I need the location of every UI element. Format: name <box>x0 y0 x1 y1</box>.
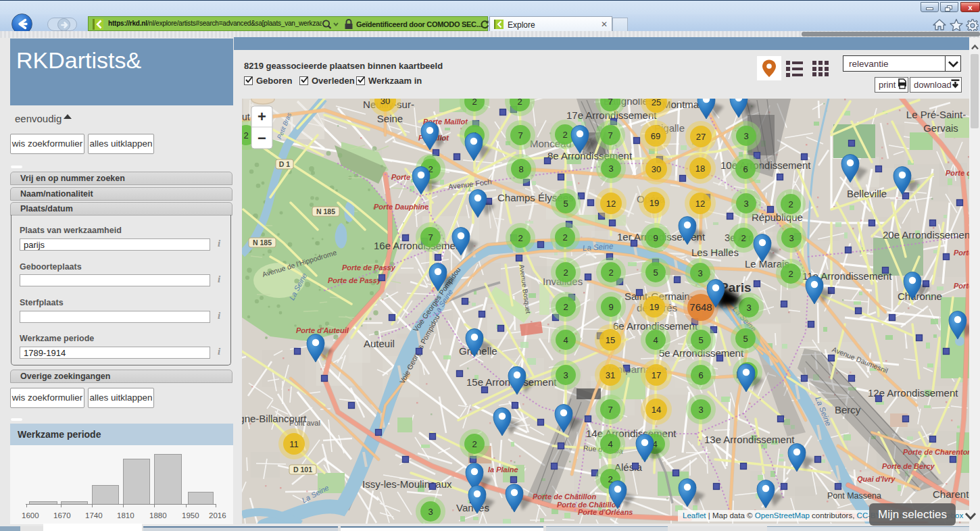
svg-text:7: 7 <box>608 99 612 107</box>
svg-text:2: 2 <box>517 99 522 107</box>
svg-text:2: 2 <box>608 268 613 278</box>
svg-text:Charenton: Charenton <box>933 488 969 500</box>
svg-text:4: 4 <box>608 439 612 449</box>
svg-text:2: 2 <box>472 99 476 107</box>
svg-text:17: 17 <box>652 370 661 380</box>
svg-text:3: 3 <box>428 507 433 517</box>
svg-text:4: 4 <box>563 335 568 345</box>
svg-text:Porte de: Porte de <box>946 169 969 177</box>
svg-text:2: 2 <box>563 302 568 312</box>
svg-text:7: 7 <box>518 130 522 141</box>
svg-text:12: 12 <box>695 199 705 209</box>
svg-text:3: 3 <box>698 405 703 415</box>
svg-text:2: 2 <box>788 269 793 279</box>
svg-text:Le Pré-Saint-: Le Pré-Saint- <box>906 109 966 120</box>
svg-text:Issy-les-Moulineaux: Issy-les-Moulineaux <box>362 478 452 490</box>
svg-text:3: 3 <box>743 131 748 141</box>
svg-text:Porte de Passy: Porte de Passy <box>342 263 396 272</box>
svg-text:Bercy: Bercy <box>835 404 861 415</box>
svg-text:Auteuil: Auteuil <box>364 338 395 349</box>
svg-text:Porte de Passy: Porte de Passy <box>328 276 382 284</box>
svg-text:Porte d'Orléans: Porte d'Orléans <box>578 508 633 516</box>
svg-text:Porte: Porte <box>954 282 969 290</box>
svg-text:Quai d'Ivry: Quai d'Ivry <box>857 475 896 483</box>
svg-text:20e Arrondissement: 20e Arrondissement <box>883 229 969 241</box>
svg-text:18: 18 <box>695 163 705 174</box>
svg-text:15: 15 <box>606 335 615 345</box>
svg-text:7: 7 <box>608 405 612 415</box>
svg-text:Porte d'Auteuil: Porte d'Auteuil <box>296 326 349 334</box>
svg-text:7648: 7648 <box>689 301 712 313</box>
svg-text:2: 2 <box>788 199 793 209</box>
svg-text:Gervais: Gervais <box>923 122 958 134</box>
svg-text:30: 30 <box>381 99 390 106</box>
svg-text:−: − <box>258 130 266 147</box>
svg-text:7: 7 <box>608 130 612 141</box>
svg-text:19: 19 <box>650 302 659 312</box>
svg-text:4: 4 <box>653 335 658 345</box>
svg-text:25: 25 <box>652 99 661 107</box>
svg-text:3: 3 <box>563 370 568 380</box>
svg-text:N 185: N 185 <box>316 207 335 216</box>
svg-text:Porte de Bercy: Porte de Bercy <box>882 462 935 470</box>
svg-text:3: 3 <box>697 268 702 278</box>
svg-text:5: 5 <box>743 334 748 344</box>
svg-text:2: 2 <box>243 130 248 141</box>
svg-text:19: 19 <box>650 198 659 208</box>
svg-text:5: 5 <box>563 199 568 209</box>
svg-text:8: 8 <box>518 164 523 174</box>
svg-text:Porte de Charenton: Porte de Charenton <box>903 448 969 456</box>
svg-text:12: 12 <box>606 199 616 209</box>
svg-text:6: 6 <box>698 370 703 380</box>
svg-text:Belleville: Belleville <box>847 188 887 199</box>
svg-text:D 1: D 1 <box>279 160 291 168</box>
svg-text:2: 2 <box>562 232 567 243</box>
svg-text:N 185: N 185 <box>253 238 272 247</box>
svg-text:2: 2 <box>472 439 476 449</box>
svg-text:31: 31 <box>606 370 615 380</box>
svg-text:Porte de Châtillon: Porte de Châtillon <box>533 492 596 501</box>
svg-text:3: 3 <box>743 199 748 209</box>
svg-text:14: 14 <box>652 405 661 415</box>
svg-text:Les Halles: Les Halles <box>691 247 739 258</box>
svg-text:2: 2 <box>563 268 568 278</box>
svg-text:Porte: Porte <box>954 249 969 257</box>
svg-text:D 101: D 101 <box>293 465 312 474</box>
svg-text:13e Arrondissement: 13e Arrondissement <box>704 434 795 445</box>
svg-text:Pont Massena: Pont Massena <box>827 491 881 501</box>
svg-text:la Plaine: la Plaine <box>488 465 518 474</box>
svg-text:3: 3 <box>746 303 751 313</box>
svg-text:30: 30 <box>652 164 661 174</box>
svg-text:5: 5 <box>653 268 658 278</box>
svg-text:69: 69 <box>651 131 660 141</box>
svg-text:5: 5 <box>698 335 703 345</box>
svg-text:9: 9 <box>608 302 613 312</box>
svg-text:11: 11 <box>289 439 299 449</box>
svg-text:27: 27 <box>696 132 706 142</box>
svg-text:2: 2 <box>741 233 745 243</box>
svg-text:Porte Dauphine: Porte Dauphine <box>374 203 428 211</box>
svg-text:6: 6 <box>743 164 748 174</box>
svg-text:+: + <box>258 108 266 125</box>
svg-text:7: 7 <box>428 232 433 243</box>
svg-text:9: 9 <box>653 233 658 243</box>
svg-text:Pont aval: Pont aval <box>289 419 320 427</box>
svg-text:2: 2 <box>518 233 522 243</box>
svg-text:3: 3 <box>608 163 613 174</box>
svg-text:3: 3 <box>789 233 793 243</box>
svg-text:2: 2 <box>562 130 567 140</box>
